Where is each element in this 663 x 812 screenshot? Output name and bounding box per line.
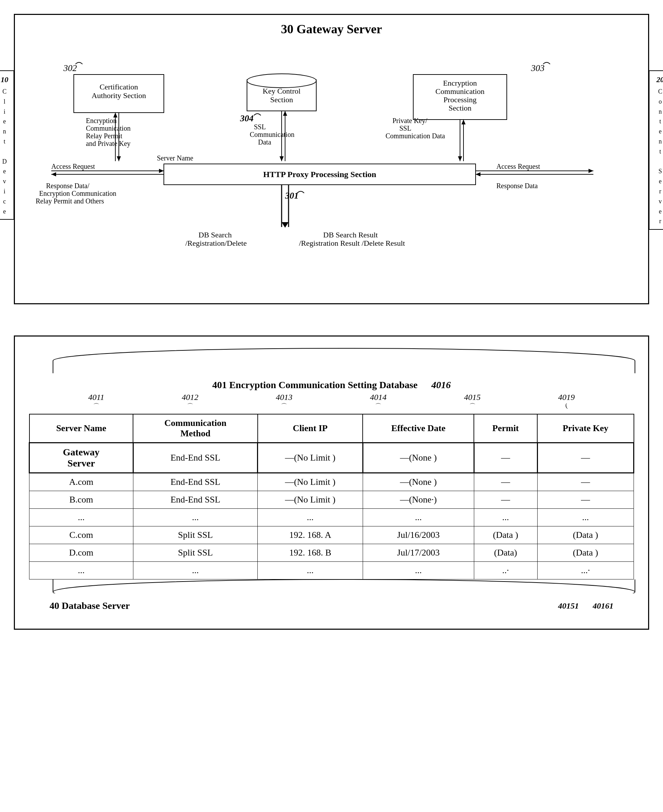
db-title-row: 401 Encryption Communication Setting Dat… (29, 379, 634, 391)
svg-text:302: 302 (63, 63, 77, 73)
cell-client-ip-2: —(No Limit ) (258, 473, 363, 491)
svg-text:Key Control: Key Control (263, 87, 300, 95)
cell-client-ip-3: —(No Limit ) (258, 491, 363, 509)
svg-text:Access Request: Access Request (496, 162, 540, 170)
ref-4011-squiggle: ⌒ (93, 402, 99, 410)
cell-permit-3: — (474, 491, 537, 509)
ref-40161: 40161 (593, 601, 613, 611)
svg-marker-48 (475, 172, 480, 177)
cell-comm-method-2: End-End SSL (133, 473, 257, 491)
db-label-4016: 4016 (431, 379, 451, 391)
client-device-box: 10 ClientDevice (0, 70, 14, 220)
svg-text:SSL: SSL (399, 125, 411, 132)
svg-text:DB Search: DB Search (199, 230, 232, 239)
svg-text:Relay Permit and Others: Relay Permit and Others (36, 197, 104, 205)
gateway-diagram-svg: 302 303 Certification Authority Section … (25, 43, 639, 293)
cell-private-key-6: (Data ) (537, 544, 634, 562)
cell-ellipsis2-3: ... (258, 562, 363, 579)
svg-text:Response Data/: Response Data/ (46, 182, 89, 190)
svg-text:Encryption Communication: Encryption Communication (39, 190, 116, 198)
cell-private-key-2: — (537, 473, 634, 491)
svg-rect-63 (53, 361, 635, 374)
svg-text:Private Key/: Private Key/ (393, 117, 427, 125)
svg-text:Communication: Communication (86, 125, 131, 132)
svg-marker-41 (51, 172, 56, 177)
cell-comm-method-6: Split SSL (133, 544, 257, 562)
cell-ellipsis-2: ... (133, 509, 257, 527)
db-cylinder-top (50, 347, 639, 374)
svg-marker-23 (458, 156, 462, 161)
cell-private-key-3: — (537, 491, 634, 509)
cell-ellipsis2-4: ... (363, 562, 474, 579)
cell-ellipsis2-6: ...· (537, 562, 634, 579)
col-header-server-name: Server Name (29, 414, 133, 443)
svg-text:and Private Key: and Private Key (86, 140, 131, 147)
svg-text:Communication Data: Communication Data (385, 132, 445, 140)
table-row-ellipsis-2: ... ... ... ... ..· ...· (29, 562, 634, 579)
ref-4014: 4014 (370, 393, 386, 402)
table-row: B.com End-End SSL —(No Limit ) —(None·) … (29, 491, 634, 509)
ref-4014-squiggle: ⌒ (375, 402, 382, 410)
svg-text:Encryption: Encryption (443, 79, 477, 88)
ref-4012-squiggle: ⌒ (187, 402, 193, 410)
ref-4015-squiggle: ⌒ (469, 402, 475, 410)
col-header-effective-date: Effective Date (363, 414, 474, 443)
cell-ellipsis2-1: ... (29, 562, 133, 579)
encryption-database-table: Server Name CommunicationMethod Client I… (29, 414, 634, 579)
cell-client-ip-1: —(No Limit ) (258, 443, 363, 473)
cell-private-key-1: — (537, 443, 634, 473)
cell-server-name-bcom: B.com (29, 491, 133, 509)
cell-private-key-5: (Data ) (537, 527, 634, 544)
cell-ellipsis-4: ... (363, 509, 474, 527)
ref-4011: 4011 (88, 393, 104, 402)
db-footer: 40 Database Server 40151 40161 (29, 600, 634, 611)
svg-text:Access Request: Access Request (51, 162, 95, 170)
db-footer-refs: 40151 40161 (558, 601, 613, 611)
gateway-server-section: 30 Gateway Server 10 ClientDevice 20 Con… (14, 14, 649, 304)
svg-text:Section: Section (270, 95, 293, 104)
ref-4015: 4015 (464, 393, 481, 402)
cell-effective-date-6: Jul/17/2003 (363, 544, 474, 562)
svg-text:303: 303 (531, 63, 545, 73)
svg-marker-19 (280, 156, 284, 161)
col-header-permit: Permit (474, 414, 537, 443)
db-footer-label: 40 Database Server (50, 600, 130, 611)
table-row: A.com End-End SSL —(No Limit ) —(None ) … (29, 473, 634, 491)
svg-text:HTTP Proxy Processing Section: HTTP Proxy Processing Section (263, 170, 376, 179)
svg-text:Processing: Processing (443, 95, 476, 104)
svg-text:301: 301 (285, 191, 299, 201)
cell-server-name-dcom: D.com (29, 544, 133, 562)
svg-marker-46 (589, 169, 593, 173)
table-row: GatewayServer End-End SSL —(No Limit ) —… (29, 443, 634, 473)
svg-marker-15 (117, 156, 121, 161)
cell-server-name-acom: A.com (29, 473, 133, 491)
table-row: C.com Split SSL 192. 168. A Jul/16/2003 … (29, 527, 634, 544)
col-header-client-ip: Client IP (258, 414, 363, 443)
svg-text:Communication: Communication (250, 131, 294, 138)
cell-ellipsis2-5: ..· (474, 562, 537, 579)
gateway-title: 30 Gateway Server (25, 22, 638, 36)
cell-client-ip-5: 192. 168. A (258, 527, 363, 544)
content-server-label-20: 20 (651, 74, 663, 85)
ref-4019: 4019 (558, 393, 575, 402)
table-row-ellipsis: ... ... ... ... ... ... (29, 509, 634, 527)
svg-marker-25 (461, 120, 466, 125)
svg-text:Section: Section (449, 104, 471, 112)
svg-text:/Registration/Delete: /Registration/Delete (185, 239, 247, 248)
cell-ellipsis-6: ... (537, 509, 634, 527)
cell-ellipsis-1: ... (29, 509, 133, 527)
ref-4013-squiggle: ⌒ (281, 402, 287, 410)
db-cylinder-bottom (50, 579, 639, 593)
cell-effective-date-1: —(None ) (363, 443, 474, 473)
svg-marker-21 (283, 111, 287, 116)
svg-text:304: 304 (240, 113, 254, 123)
ref-4013: 4013 (276, 393, 293, 402)
ref-4019-squiggle: ) (564, 402, 568, 410)
cell-ellipsis-5: ... (474, 509, 537, 527)
cell-permit-6: (Data) (474, 544, 537, 562)
svg-text:/Registration Result /Delete R: /Registration Result /Delete Result (299, 239, 405, 248)
database-section: 401 Encryption Communication Setting Dat… (14, 335, 649, 630)
ref-40151: 40151 (558, 601, 579, 611)
col-header-private-key: Private Key (537, 414, 634, 443)
svg-text:Encryption: Encryption (86, 117, 117, 125)
